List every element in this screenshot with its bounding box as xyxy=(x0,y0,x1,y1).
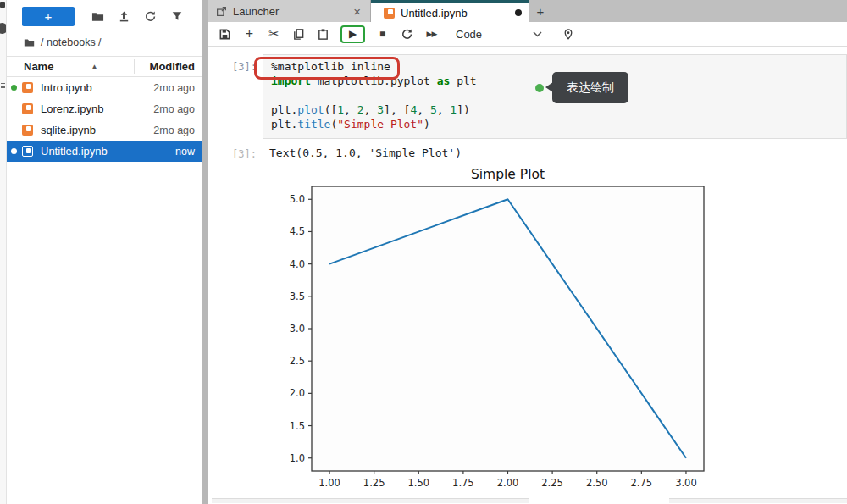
kernel-running-dot xyxy=(11,148,17,154)
file-modified: 2mo ago xyxy=(153,125,195,136)
kernel-running-dot xyxy=(11,85,17,91)
insert-cell-button[interactable]: + xyxy=(242,26,257,42)
filter-icon xyxy=(171,10,183,22)
notebook-file-icon xyxy=(22,103,33,114)
notebook-file-icon xyxy=(22,125,33,136)
sidebar-splitter[interactable] xyxy=(202,0,208,504)
file-browser-panel: + / notebooks / xyxy=(7,0,202,504)
file-row[interactable]: Untitled.ipynbnow xyxy=(7,141,202,162)
notebook-toolbar: + ✂ ▶ ■ ▶▶ xyxy=(208,22,847,47)
svg-text:1.50: 1.50 xyxy=(407,477,429,489)
restart-kernel-button[interactable] xyxy=(400,26,414,42)
cut-cells-button[interactable]: ✂ xyxy=(267,26,281,42)
output-prompt: [3]: xyxy=(208,148,257,160)
svg-text:3.5: 3.5 xyxy=(290,291,305,302)
output-text: Text(0.5, 1.0, 'Simple Plot') xyxy=(269,147,462,159)
file-modified: 2mo ago xyxy=(153,82,195,94)
chevron-down-icon xyxy=(533,31,542,37)
activity-icon-partial xyxy=(0,2,5,8)
unsaved-changes-dot xyxy=(515,9,522,16)
file-modified: now xyxy=(175,146,195,158)
tab-launcher[interactable]: Launcher × xyxy=(208,0,371,22)
save-button[interactable] xyxy=(218,26,232,42)
notebook-file-icon xyxy=(22,82,33,93)
restart-icon xyxy=(401,28,413,41)
notebook-file-icon xyxy=(22,146,33,157)
file-row[interactable]: sqlite.ipynb2mo ago xyxy=(7,119,202,141)
tab-bar: Launcher × Untitled.ipynb + xyxy=(208,0,847,22)
svg-text:5.0: 5.0 xyxy=(290,193,305,205)
breadcrumb-path: / notebooks / xyxy=(41,36,102,48)
svg-text:1.0: 1.0 xyxy=(290,452,305,464)
copy-icon xyxy=(292,28,305,41)
launcher-icon xyxy=(216,6,227,17)
file-name: Intro.ipynb xyxy=(41,81,153,94)
file-row[interactable]: Intro.ipynb2mo ago xyxy=(7,77,202,98)
interrupt-kernel-button[interactable]: ■ xyxy=(375,26,390,42)
column-header-name[interactable]: Name ▲ xyxy=(24,60,142,73)
save-icon xyxy=(219,28,231,41)
run-button-highlight-box: ▶ xyxy=(340,25,365,43)
close-tab-icon[interactable]: × xyxy=(352,4,363,19)
paste-cells-button[interactable] xyxy=(316,26,330,42)
column-divider xyxy=(134,59,135,74)
svg-text:Simple Plot: Simple Plot xyxy=(471,167,545,182)
refresh-icon xyxy=(144,10,157,23)
file-modified: 2mo ago xyxy=(153,103,195,115)
svg-text:3.00: 3.00 xyxy=(675,477,697,489)
svg-text:4.0: 4.0 xyxy=(290,258,305,270)
cropped-bottom-artifact xyxy=(212,498,529,503)
annotation-green-dot xyxy=(535,84,544,92)
new-folder-icon xyxy=(91,10,104,23)
svg-text:4.5: 4.5 xyxy=(290,225,305,237)
svg-text:2.50: 2.50 xyxy=(586,477,608,489)
svg-text:2.0: 2.0 xyxy=(290,387,305,399)
svg-text:1.25: 1.25 xyxy=(363,477,385,489)
svg-text:1.5: 1.5 xyxy=(290,420,305,432)
run-cell-button[interactable]: ▶ xyxy=(346,26,360,42)
cell-type-value: Code xyxy=(456,28,482,41)
upload-icon xyxy=(118,10,130,23)
new-folder-button[interactable] xyxy=(85,7,111,25)
notebook-content: [3]: %matplotlib inlineimport matplotlib… xyxy=(208,47,847,504)
activity-circle-icon xyxy=(0,23,7,34)
activity-list-icon xyxy=(1,83,5,91)
activity-bar-sliver xyxy=(0,0,7,504)
file-name: sqlite.ipynb xyxy=(41,124,153,136)
svg-text:3.0: 3.0 xyxy=(290,323,305,335)
notebook-file-icon xyxy=(384,8,395,19)
restart-run-all-button[interactable]: ▶▶ xyxy=(424,26,439,42)
svg-text:1.00: 1.00 xyxy=(318,477,340,489)
tab-label: Launcher xyxy=(233,5,352,18)
paste-icon xyxy=(317,28,329,41)
input-prompt: [3]: xyxy=(208,61,257,73)
sort-ascending-icon: ▲ xyxy=(91,63,97,70)
column-header-modified[interactable]: Modified xyxy=(142,60,195,73)
copy-cells-button[interactable] xyxy=(291,26,306,42)
file-row[interactable]: Lorenz.ipynb2mo ago xyxy=(7,98,202,119)
file-list: Intro.ipynb2mo agoLorenz.ipynb2mo agosql… xyxy=(7,77,202,162)
kernel-pin-button[interactable] xyxy=(561,26,575,42)
file-list-header: Name ▲ Modified xyxy=(7,56,202,77)
file-name: Untitled.ipynb xyxy=(41,145,175,158)
svg-text:2.75: 2.75 xyxy=(631,477,653,489)
matplotlib-figure: Simple Plot1.001.251.501.752.002.252.502… xyxy=(280,164,728,496)
file-browser-toolbar: + xyxy=(7,0,202,32)
upload-button[interactable] xyxy=(111,7,137,25)
new-launcher-button[interactable]: + xyxy=(22,7,75,26)
tab-untitled-notebook[interactable]: Untitled.ipynb xyxy=(371,0,529,22)
new-tab-button[interactable]: + xyxy=(529,0,551,22)
refresh-button[interactable] xyxy=(137,7,163,25)
main-dock-panel: Launcher × Untitled.ipynb + + ✂ xyxy=(208,0,847,504)
filter-button[interactable] xyxy=(163,7,190,25)
folder-icon xyxy=(24,37,35,48)
jupyterlab-window: + / notebooks / xyxy=(0,0,847,504)
annotation-tooltip: 表达绘制 xyxy=(552,72,628,103)
cropped-bottom-artifact xyxy=(669,498,847,503)
svg-text:2.25: 2.25 xyxy=(541,477,563,489)
svg-text:2.5: 2.5 xyxy=(290,355,305,367)
breadcrumb[interactable]: / notebooks / xyxy=(7,32,202,53)
svg-text:1.75: 1.75 xyxy=(452,477,474,489)
svg-text:2.00: 2.00 xyxy=(497,477,519,489)
cell-type-select[interactable]: Code xyxy=(456,28,542,41)
